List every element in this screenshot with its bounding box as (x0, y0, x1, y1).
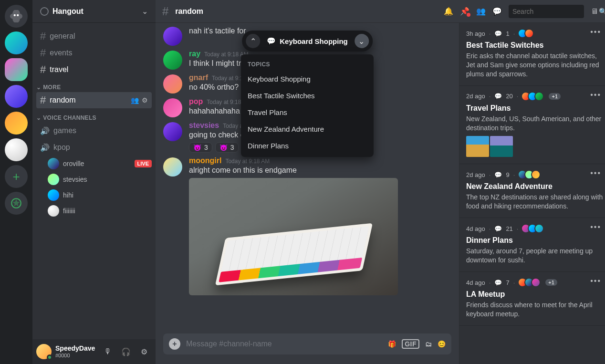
home-button[interactable] (5, 5, 28, 28)
explore-button[interactable] (5, 192, 28, 215)
voice-user[interactable]: orovilleLIVE (48, 156, 152, 171)
search-box[interactable]: 🔍 (509, 5, 584, 18)
channel-sidebar: Hangout ⌄ #general #events #travel ⌄MORE… (32, 0, 156, 364)
thread-thumbnails (466, 136, 605, 157)
voice-user[interactable]: stevsies (48, 172, 152, 187)
members-icon[interactable]: 👥 (476, 7, 486, 16)
thread-card[interactable]: 3h ago·💬1·•••Best Tactile SwitchesEric a… (459, 23, 605, 86)
notifications-icon[interactable]: 🔔 (444, 7, 453, 16)
message-composer[interactable]: + Message #channel-name 🎁 GIF 🗂 😊 (163, 333, 451, 354)
server-item[interactable] (5, 138, 28, 161)
category-voice[interactable]: ⌄VOICE CHANNELS (32, 109, 156, 122)
mute-button[interactable]: 🎙 (100, 344, 115, 359)
avatar[interactable] (36, 344, 52, 359)
avatar (531, 170, 541, 179)
thread-more-button[interactable]: ••• (590, 91, 601, 99)
channel-general[interactable]: #general (36, 28, 152, 44)
inbox-icon[interactable]: 🖥 (591, 7, 598, 16)
topic-item[interactable]: Best Tactile Switches (241, 87, 374, 104)
settings-button[interactable]: ⚙ (136, 344, 152, 359)
avatar[interactable] (163, 157, 182, 177)
topic-item[interactable]: New Zealand Adventure (241, 121, 374, 137)
channel-travel[interactable]: #travel (36, 62, 152, 78)
thread-reply-count: 21 (506, 225, 512, 232)
thread-reply-count: 7 (506, 279, 509, 286)
search-input[interactable] (512, 8, 596, 15)
thread-more-button[interactable]: ••• (590, 28, 601, 36)
emoji-icon[interactable]: 😊 (438, 340, 446, 348)
topic-item[interactable]: Keyboard Shopping (241, 71, 374, 87)
avatar[interactable] (163, 51, 182, 70)
hash-icon: # (162, 5, 168, 18)
topic-current[interactable]: 💬 Keyboard Shopping (264, 37, 351, 45)
avatar[interactable] (163, 27, 182, 46)
topic-item[interactable]: Travel Plans (241, 104, 374, 121)
svg-point-1 (17, 14, 19, 16)
thread-title: New Zealand Adventure (466, 182, 605, 191)
reaction[interactable]: 😈3 (215, 142, 239, 153)
message-author[interactable]: gnarf (189, 73, 208, 82)
thread-card[interactable]: 4d ago·💬21·•••Dinner PlansSaturday, arou… (459, 218, 605, 272)
message-author[interactable]: moongirl (189, 156, 221, 165)
gif-button[interactable]: GIF (402, 339, 419, 349)
add-server-button[interactable]: + (5, 165, 28, 188)
message-author[interactable]: ray (189, 50, 200, 58)
channel-events[interactable]: #events (36, 45, 152, 61)
message-text: alright come on this is endgame (189, 165, 398, 176)
voice-user[interactable]: fiiiiiii (48, 203, 152, 218)
gear-icon[interactable]: ⚙ (142, 96, 148, 104)
avatar[interactable] (163, 74, 182, 94)
user-panel: SpeedyDave #0000 🎙 🎧 ⚙ (32, 339, 156, 364)
voice-channel-games[interactable]: 🔊 games (36, 123, 152, 139)
category-more[interactable]: ⌄MORE (32, 78, 156, 92)
server-item-active[interactable] (5, 58, 28, 81)
server-header[interactable]: Hangout ⌄ (32, 0, 156, 23)
invite-icon[interactable]: 👥 (131, 96, 139, 104)
gift-icon[interactable]: 🎁 (388, 340, 396, 348)
thread-reply-count: 20 (506, 93, 512, 100)
chevron-down-icon: ⌄ (142, 7, 148, 16)
voice-channel-kpop[interactable]: 🔊 kpop (36, 139, 152, 156)
message-attachment-image[interactable] (189, 178, 398, 295)
thread-more-button[interactable]: ••• (590, 277, 601, 285)
sticker-icon[interactable]: 🗂 (425, 340, 432, 348)
avatar[interactable] (163, 122, 182, 141)
thread-more-button[interactable]: ••• (590, 223, 601, 231)
thread-card[interactable]: 2d ago·💬9·•••New Zealand AdventureThe to… (459, 164, 605, 218)
overflow-count: +1 (549, 93, 561, 100)
user-tag: #0000 (55, 353, 95, 358)
message-author[interactable]: stevsies (189, 121, 219, 130)
topic-pill: ⌃ 💬 Keyboard Shopping ⌄ (242, 31, 373, 52)
thread-description: Eric asks the channel about tactile swit… (466, 52, 605, 79)
thread-card[interactable]: 4d ago·💬7·+1•••LA MeetupFriends discuss … (459, 272, 605, 326)
thread-time: 2d ago (466, 93, 485, 100)
topic-item[interactable]: Dinner Plans (241, 137, 374, 154)
message-timestamp: Today at 9:18 AM (225, 158, 270, 165)
comment-icon: 💬 (494, 279, 502, 286)
topic-dropdown: TOPICS Keyboard Shopping Best Tactile Sw… (241, 54, 374, 157)
attach-button[interactable]: + (169, 338, 180, 350)
reaction[interactable]: 😈3 (189, 142, 212, 153)
topic-prev-button[interactable]: ⌃ (246, 34, 260, 48)
channel-random[interactable]: # random 👥 ⚙ (36, 92, 152, 108)
server-item[interactable] (5, 85, 28, 108)
deafen-button[interactable]: 🎧 (118, 344, 134, 359)
comment-icon: 💬 (494, 171, 502, 178)
avatar[interactable] (163, 98, 182, 117)
thread-more-button[interactable]: ••• (590, 169, 601, 177)
pinned-icon[interactable]: 📌 (460, 7, 469, 16)
speaker-icon: 🔊 (40, 143, 50, 152)
thread-description: New Zealand, US, South American, and oth… (466, 114, 605, 133)
server-item[interactable] (5, 31, 28, 54)
thread-card[interactable]: 2d ago·💬20·+1•••Travel PlansNew Zealand,… (459, 86, 605, 165)
thread-description: Saturday, around 7, people are meeting u… (466, 247, 605, 265)
server-item[interactable] (5, 112, 28, 135)
thread-reply-count: 9 (506, 171, 509, 178)
voice-user[interactable]: hihi (48, 187, 152, 203)
topic-next-button[interactable]: ⌄ (355, 34, 369, 48)
message-author[interactable]: pop (189, 97, 203, 106)
avatar (531, 278, 541, 287)
message-text: going to check o (189, 130, 250, 140)
message-text: nah it's tactile for (189, 26, 246, 36)
threads-icon[interactable]: 💬 (492, 7, 502, 16)
